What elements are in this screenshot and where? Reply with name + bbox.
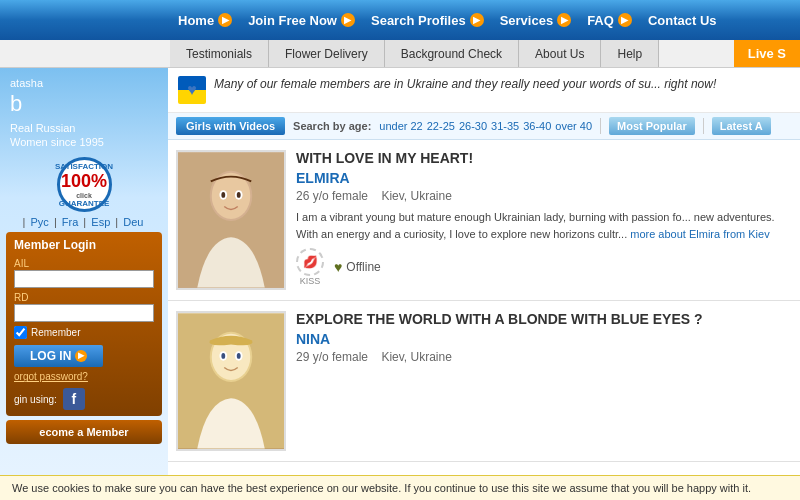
profile-photo-nina[interactable] bbox=[176, 311, 286, 451]
kiss-icon: 💋 bbox=[296, 248, 324, 276]
badge-satisfaction: SATISFACTION bbox=[55, 162, 113, 171]
profile-info-nina: EXPLORE THE WORLD WITH A BLONDE WITH BLU… bbox=[296, 311, 792, 370]
filter-divider2 bbox=[703, 118, 704, 134]
profiles-list: WITH LOVE IN MY HEART! ELMIRA 26 y/o fem… bbox=[168, 140, 800, 464]
login-title: Member Login bbox=[14, 238, 154, 252]
cookie-banner: We use cookies to make sure you can have… bbox=[0, 475, 800, 500]
latest-button[interactable]: Latest A bbox=[712, 117, 771, 135]
nav-faq-label: FAQ bbox=[587, 13, 614, 28]
login-arrow-icon: ▶ bbox=[75, 350, 87, 362]
ukraine-banner: ♥ Many of our female members are in Ukra… bbox=[168, 68, 800, 113]
profile-age-nina: 29 y/o female bbox=[296, 350, 368, 364]
login-panel: Member Login AIL RD Remember LOG IN ▶ or… bbox=[6, 232, 162, 416]
badge-percentage: 100% bbox=[61, 171, 107, 192]
profile-meta-nina: 29 y/o female Kiev, Ukraine bbox=[296, 350, 792, 364]
filter-bar: Girls with Videos Search by age: under 2… bbox=[168, 113, 800, 140]
profile-actions-elmira: 💋 KISS ♥ Offline bbox=[296, 248, 792, 286]
age-filter-links: under 22 22-25 26-30 31-35 36-40 over 40 bbox=[379, 120, 592, 132]
nav-search[interactable]: Search Profiles ▶ bbox=[363, 13, 492, 28]
age-36-40[interactable]: 36-40 bbox=[523, 120, 551, 132]
subnav-flowers[interactable]: Flower Delivery bbox=[269, 40, 385, 67]
page-layout: atashab Real RussianWomen since 1995 SAT… bbox=[0, 68, 800, 500]
remember-label: Remember bbox=[31, 327, 80, 338]
password-field[interactable] bbox=[14, 304, 154, 322]
heart-icon: ♥ bbox=[187, 81, 197, 99]
girls-videos-button[interactable]: Girls with Videos bbox=[176, 117, 285, 135]
profile-more-link-elmira[interactable]: more about Elmira from Kiev bbox=[630, 228, 769, 240]
profile-photo-elmira[interactable] bbox=[176, 150, 286, 290]
age-over40[interactable]: over 40 bbox=[555, 120, 592, 132]
email-field[interactable] bbox=[14, 270, 154, 288]
lang-esp[interactable]: Esp bbox=[91, 216, 110, 228]
profile-location-nina: Kiev, Ukraine bbox=[381, 350, 451, 364]
svg-point-13 bbox=[237, 353, 241, 359]
nav-services-label: Services bbox=[500, 13, 554, 28]
profile-name-elmira[interactable]: ELMIRA bbox=[296, 170, 792, 186]
profile-age-elmira: 26 y/o female bbox=[296, 189, 368, 203]
profile-location-elmira: Kiev, Ukraine bbox=[381, 189, 451, 203]
live-button[interactable]: Live S bbox=[734, 40, 800, 67]
ukraine-banner-text: Many of our female members are in Ukrain… bbox=[214, 76, 716, 93]
svg-point-5 bbox=[221, 192, 225, 198]
subnav-help[interactable]: Help bbox=[601, 40, 659, 67]
language-selector: | Pyc | Fra | Esp | Deu bbox=[0, 216, 168, 228]
subnav-about[interactable]: About Us bbox=[519, 40, 601, 67]
nav-home-label: Home bbox=[178, 13, 214, 28]
remember-checkbox[interactable] bbox=[14, 326, 27, 339]
nav-search-label: Search Profiles bbox=[371, 13, 466, 28]
nav-join-label: Join Free Now bbox=[248, 13, 337, 28]
logo-tagline: Real RussianWomen since 1995 bbox=[10, 121, 158, 150]
password-label: RD bbox=[14, 292, 154, 303]
profile-name-nina[interactable]: NINA bbox=[296, 331, 792, 347]
forgot-password-link[interactable]: orgot password? bbox=[14, 371, 154, 382]
search-by-age-label: Search by age: bbox=[293, 120, 371, 132]
table-row: EXPLORE THE WORLD WITH A BLONDE WITH BLU… bbox=[168, 301, 800, 462]
nav-services-arrow: ▶ bbox=[557, 13, 571, 27]
profile-title-nina: EXPLORE THE WORLD WITH A BLONDE WITH BLU… bbox=[296, 311, 792, 327]
filter-divider bbox=[600, 118, 601, 134]
profile-desc-elmira: I am a vibrant young but mature enough U… bbox=[296, 209, 792, 242]
subnav-bgcheck[interactable]: Background Check bbox=[385, 40, 519, 67]
facebook-login-button[interactable]: f bbox=[63, 388, 85, 410]
profile-info-elmira: WITH LOVE IN MY HEART! ELMIRA 26 y/o fem… bbox=[296, 150, 792, 286]
nav-services[interactable]: Services ▶ bbox=[492, 13, 580, 28]
logo-text: atashab bbox=[10, 76, 158, 119]
kiss-button-elmira[interactable]: 💋 KISS bbox=[296, 248, 324, 286]
site-logo: atashab Real RussianWomen since 1995 bbox=[0, 68, 168, 153]
table-row: WITH LOVE IN MY HEART! ELMIRA 26 y/o fem… bbox=[168, 140, 800, 301]
lang-fra[interactable]: Fra bbox=[62, 216, 79, 228]
ukraine-flag-icon: ♥ bbox=[178, 76, 206, 104]
lang-pyc[interactable]: Pyc bbox=[30, 216, 48, 228]
nav-contact[interactable]: Contact Us bbox=[640, 13, 725, 28]
badge-guarantee: GUARANTEE bbox=[59, 199, 110, 208]
profile-meta-elmira: 26 y/o female Kiev, Ukraine bbox=[296, 189, 792, 203]
nav-join-arrow: ▶ bbox=[341, 13, 355, 27]
nav-contact-label: Contact Us bbox=[648, 13, 717, 28]
main-content: ♥ Many of our female members are in Ukra… bbox=[168, 68, 800, 500]
badge-click: click bbox=[76, 192, 92, 199]
nav-home-arrow: ▶ bbox=[218, 13, 232, 27]
age-31-35[interactable]: 31-35 bbox=[491, 120, 519, 132]
lang-deu[interactable]: Deu bbox=[123, 216, 143, 228]
satisfaction-badge: SATISFACTION 100% click GUARANTEE bbox=[57, 157, 112, 212]
most-popular-button[interactable]: Most Popular bbox=[609, 117, 695, 135]
nav-join[interactable]: Join Free Now ▶ bbox=[240, 13, 363, 28]
online-status-elmira: ♥ Offline bbox=[334, 259, 381, 275]
nav-home[interactable]: Home ▶ bbox=[170, 13, 240, 28]
age-under22[interactable]: under 22 bbox=[379, 120, 422, 132]
nav-faq[interactable]: FAQ ▶ bbox=[579, 13, 640, 28]
svg-point-6 bbox=[237, 192, 241, 198]
cookie-text: We use cookies to make sure you can have… bbox=[12, 482, 751, 494]
become-member-button[interactable]: ecome a Member bbox=[6, 420, 162, 444]
age-22-25[interactable]: 22-25 bbox=[427, 120, 455, 132]
login-button[interactable]: LOG IN ▶ bbox=[14, 345, 103, 367]
profile-title-elmira: WITH LOVE IN MY HEART! bbox=[296, 150, 792, 166]
nav-search-arrow: ▶ bbox=[470, 13, 484, 27]
nav-faq-arrow: ▶ bbox=[618, 13, 632, 27]
age-26-30[interactable]: 26-30 bbox=[459, 120, 487, 132]
subnav-testimonials[interactable]: Testimonials bbox=[170, 40, 269, 67]
social-login-row: gin using: f bbox=[14, 388, 154, 410]
offline-heart-icon: ♥ bbox=[334, 259, 342, 275]
svg-point-12 bbox=[221, 353, 225, 359]
sidebar: atashab Real RussianWomen since 1995 SAT… bbox=[0, 68, 168, 500]
